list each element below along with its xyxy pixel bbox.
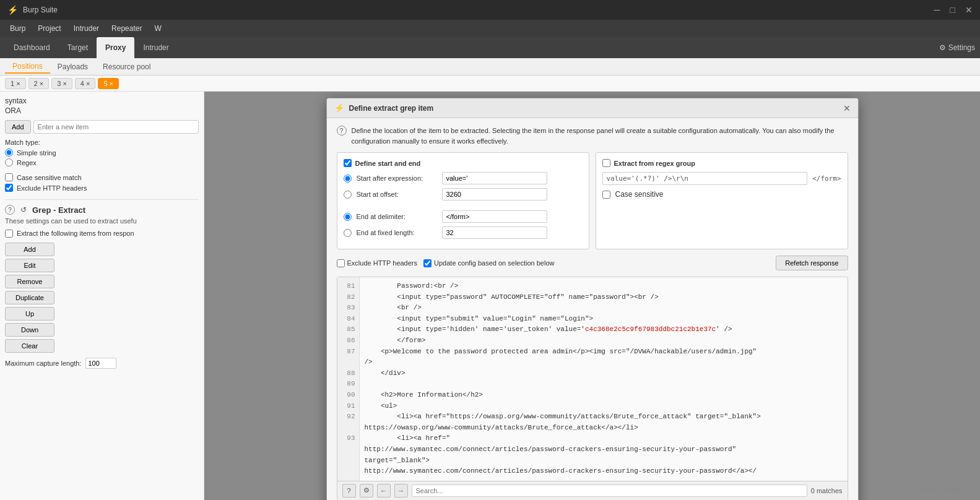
- start-at-offset-row: Start at offset:: [344, 188, 583, 200]
- start-after-expression-row: Start after expression:: [344, 172, 583, 184]
- numtab-3[interactable]: 3 ×: [51, 78, 72, 89]
- menu-project[interactable]: Project: [33, 22, 66, 35]
- update-config-option[interactable]: Update config based on selection below: [423, 259, 554, 267]
- modal-body: ? Define the location of the item to be …: [327, 118, 858, 500]
- update-config-checkbox[interactable]: [423, 259, 431, 267]
- numtab-4[interactable]: 4 ×: [75, 78, 96, 89]
- subtab-payloads[interactable]: Payloads: [50, 61, 95, 73]
- back-search-btn[interactable]: ←: [377, 484, 391, 498]
- end-delimiter-radio[interactable]: [344, 213, 352, 221]
- extract-items-row[interactable]: Extract the following items from respon: [5, 230, 199, 238]
- tab-intruder[interactable]: Intruder: [134, 37, 177, 58]
- grep-extract-reset-icon[interactable]: ↺: [19, 205, 28, 215]
- numtab-2[interactable]: 2 ×: [28, 78, 50, 89]
- regex-input-row: </form>: [602, 172, 841, 185]
- max-capture-label: Maximum capture length:: [5, 360, 82, 367]
- help-search-btn[interactable]: ?: [342, 484, 356, 498]
- refetch-response-button[interactable]: Refetch response: [776, 256, 848, 270]
- subtab-resource-pool[interactable]: Resource pool: [95, 61, 158, 73]
- new-item-input[interactable]: [33, 120, 199, 134]
- start-offset-label: Start at offset:: [357, 191, 437, 198]
- case-sensitive-right-checkbox[interactable]: [602, 191, 610, 199]
- regex-label: Regex: [17, 159, 37, 166]
- end-fixed-length-radio[interactable]: [344, 229, 352, 237]
- minimize-button[interactable]: ─: [934, 5, 940, 15]
- add-button[interactable]: Add: [5, 120, 31, 134]
- subtab-positions[interactable]: Positions: [5, 60, 50, 74]
- radio-simple-string[interactable]: Simple string: [5, 149, 199, 157]
- grep-extract-title: Grep - Extract: [32, 205, 85, 215]
- action-edit-btn[interactable]: Edit: [5, 259, 54, 272]
- start-offset-input[interactable]: [442, 188, 547, 200]
- action-down-btn[interactable]: Down: [5, 323, 54, 337]
- extract-regex-title: Extract from regex group: [602, 159, 841, 167]
- modal-icon: ⚡: [334, 103, 344, 113]
- menu-bar: Burp Project Intruder Repeater W: [0, 20, 980, 37]
- radio-simple-string-input[interactable]: [5, 149, 13, 157]
- app-window: ⚡ Burp Suite ─ □ ✕ Burp Project Intruder…: [0, 0, 980, 500]
- action-duplicate-btn[interactable]: Duplicate: [5, 291, 54, 304]
- menu-intruder[interactable]: Intruder: [69, 22, 104, 35]
- sub-tabs: Positions Payloads Resource pool: [0, 58, 980, 75]
- radio-regex[interactable]: Regex: [5, 158, 199, 166]
- end-delimiter-input[interactable]: [442, 210, 547, 223]
- end-at-fixed-length-row: End at fixed length:: [344, 226, 583, 239]
- match-type-section: Match type: Simple string Regex: [5, 139, 199, 168]
- forward-search-btn[interactable]: →: [394, 484, 408, 498]
- exclude-headers-option-label: Exclude HTTP headers: [347, 259, 418, 267]
- settings-search-btn[interactable]: ⚙: [360, 484, 373, 498]
- action-up-btn[interactable]: Up: [5, 307, 54, 321]
- config-columns: Define start and end Start after express…: [337, 152, 848, 249]
- menu-w[interactable]: W: [149, 22, 166, 35]
- start-offset-radio[interactable]: [344, 191, 352, 199]
- regex-end-span: </form>: [812, 175, 841, 183]
- start-after-radio[interactable]: [344, 175, 352, 183]
- extract-regex-checkbox[interactable]: [602, 159, 610, 167]
- modal-close-button[interactable]: ✕: [843, 103, 851, 113]
- numtab-1[interactable]: 1 ×: [5, 78, 26, 89]
- close-button[interactable]: ✕: [965, 5, 973, 15]
- tab-proxy[interactable]: Proxy: [97, 37, 134, 58]
- exclude-http-headers-checkbox[interactable]: [5, 184, 13, 192]
- grep-extract-help-icon[interactable]: ?: [5, 205, 15, 215]
- grep-extract-desc: These settings can be used to extract us…: [5, 217, 199, 225]
- extract-items-checkbox[interactable]: [5, 230, 13, 238]
- menu-repeater[interactable]: Repeater: [106, 22, 147, 35]
- action-add-btn[interactable]: Add: [5, 243, 54, 256]
- case-sensitive-checkbox[interactable]: [5, 173, 13, 181]
- action-remove-btn[interactable]: Remove: [5, 275, 54, 288]
- end-at-delimiter-row: End at delimiter:: [344, 210, 583, 223]
- title-bar-controls: ─ □ ✕: [934, 5, 973, 15]
- main-content: syntax ORA Add Match type: Simple string…: [0, 92, 980, 500]
- maximize-button[interactable]: □: [950, 5, 955, 15]
- max-capture-input[interactable]: [85, 358, 116, 369]
- action-clear-btn[interactable]: Clear: [5, 339, 54, 353]
- grep-extract-header: ? ↺ Grep - Extract: [5, 205, 199, 215]
- start-after-input[interactable]: [442, 172, 547, 184]
- end-fixed-length-input[interactable]: [442, 226, 547, 239]
- end-delimiter-label: End at delimiter:: [357, 213, 437, 220]
- numtab-5[interactable]: 5 ×: [98, 78, 119, 89]
- settings-button[interactable]: ⚙ Settings: [939, 43, 975, 52]
- case-sensitive-right-row: Case sensitive: [602, 190, 841, 199]
- exclude-http-headers-row[interactable]: Exclude HTTP headers: [5, 184, 199, 192]
- radio-regex-input[interactable]: [5, 158, 13, 166]
- modal-help-icon[interactable]: ?: [337, 126, 347, 136]
- extract-items-label: Extract the following items from respon: [17, 230, 134, 237]
- simple-string-label: Simple string: [17, 149, 56, 157]
- case-sensitive-match-row[interactable]: Case sensitive match: [5, 173, 199, 181]
- tab-dashboard[interactable]: Dashboard: [5, 37, 59, 58]
- match-count: 0 matches: [811, 487, 843, 494]
- settings-label: Settings: [948, 43, 975, 52]
- exclude-headers-option-checkbox[interactable]: [337, 259, 345, 267]
- exclude-headers-option[interactable]: Exclude HTTP headers: [337, 259, 418, 267]
- define-start-end-checkbox[interactable]: [344, 159, 352, 167]
- start-after-label: Start after expression:: [357, 175, 437, 182]
- menu-burp[interactable]: Burp: [5, 22, 30, 35]
- regex-main-input[interactable]: [602, 172, 808, 185]
- extract-regex-label: Extract from regex group: [614, 160, 695, 167]
- tab-target[interactable]: Target: [59, 37, 97, 58]
- config-box-right: Extract from regex group </form> Case se…: [596, 152, 848, 249]
- search-input[interactable]: [412, 485, 807, 497]
- code-content: 81 82 83 84 85 86 87 88 89: [337, 277, 848, 481]
